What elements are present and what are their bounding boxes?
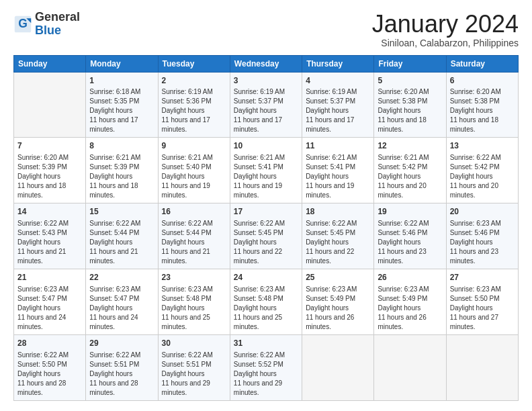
day-number: 1 [89, 75, 154, 87]
daylight-value: 11 hours and 28 minutes. [89, 379, 154, 398]
calendar-cell: 11Sunrise: 6:21 AMSunset: 5:41 PMDayligh… [302, 138, 374, 203]
day-number: 5 [378, 75, 442, 87]
sunrise-text: Sunrise: 6:23 AM [450, 285, 515, 294]
calendar-cell: 25Sunrise: 6:23 AMSunset: 5:49 PMDayligh… [302, 269, 374, 334]
day-number: 4 [306, 75, 370, 87]
daylight-value: 11 hours and 20 minutes. [450, 181, 515, 200]
sunrise-text: Sunrise: 6:22 AM [234, 219, 298, 228]
weekday-header-thursday: Thursday [302, 55, 374, 72]
calendar-cell: 8Sunrise: 6:21 AMSunset: 5:39 PMDaylight… [86, 138, 158, 203]
calendar-cell: 16Sunrise: 6:22 AMSunset: 5:44 PMDayligh… [158, 203, 230, 269]
sunset-text: Sunset: 5:48 PM [162, 294, 226, 304]
sunrise-text: Sunrise: 6:22 AM [378, 219, 442, 228]
daylight-value: 11 hours and 29 minutes. [234, 379, 298, 398]
calendar-cell: 12Sunrise: 6:21 AMSunset: 5:42 PMDayligh… [374, 138, 446, 203]
calendar-table: SundayMondayTuesdayWednesdayThursdayFrid… [13, 55, 519, 401]
daylight-label: Daylight hours [450, 172, 515, 181]
calendar-cell: 7Sunrise: 6:20 AMSunset: 5:39 PMDaylight… [14, 138, 86, 203]
header: G General Blue January 2024 Siniloan, Ca… [13, 11, 519, 48]
day-number: 9 [162, 140, 226, 152]
sunrise-text: Sunrise: 6:21 AM [89, 153, 154, 163]
daylight-value: 11 hours and 18 minutes. [450, 116, 515, 134]
sunrise-text: Sunrise: 6:23 AM [306, 285, 370, 294]
daylight-value: 11 hours and 26 minutes. [378, 313, 442, 332]
sunset-text: Sunset: 5:41 PM [306, 163, 370, 172]
location-subtitle: Siniloan, Calabarzon, Philippines [372, 38, 519, 48]
daylight-label: Daylight hours [378, 238, 442, 247]
sunrise-text: Sunrise: 6:23 AM [450, 219, 515, 228]
weekday-header-wednesday: Wednesday [230, 55, 302, 72]
daylight-label: Daylight hours [162, 369, 226, 379]
sunset-text: Sunset: 5:40 PM [162, 163, 226, 172]
calendar-cell: 22Sunrise: 6:23 AMSunset: 5:47 PMDayligh… [86, 269, 158, 334]
sunrise-text: Sunrise: 6:23 AM [378, 285, 442, 294]
sunrise-text: Sunrise: 6:22 AM [234, 351, 298, 360]
sunset-text: Sunset: 5:38 PM [450, 97, 515, 106]
logo: G General Blue [13, 11, 80, 38]
sunset-text: Sunset: 5:35 PM [89, 97, 154, 106]
daylight-value: 11 hours and 20 minutes. [378, 181, 442, 200]
svg-text:G: G [18, 17, 28, 30]
calendar-cell: 17Sunrise: 6:22 AMSunset: 5:45 PMDayligh… [230, 203, 302, 269]
sunset-text: Sunset: 5:46 PM [450, 228, 515, 238]
sunset-text: Sunset: 5:41 PM [234, 163, 298, 172]
daylight-label: Daylight hours [306, 172, 370, 181]
calendar-cell: 14Sunrise: 6:22 AMSunset: 5:43 PMDayligh… [14, 203, 86, 269]
daylight-label: Daylight hours [306, 304, 370, 313]
daylight-value: 11 hours and 23 minutes. [450, 247, 515, 266]
calendar-week-4: 21Sunrise: 6:23 AMSunset: 5:47 PMDayligh… [14, 269, 519, 334]
daylight-label: Daylight hours [89, 106, 154, 116]
day-number: 3 [234, 75, 298, 87]
sunset-text: Sunset: 5:43 PM [17, 228, 82, 238]
calendar-page: G General Blue January 2024 Siniloan, Ca… [0, 0, 532, 411]
day-number: 22 [89, 272, 154, 283]
daylight-label: Daylight hours [89, 369, 154, 379]
daylight-label: Daylight hours [17, 172, 82, 181]
sunset-text: Sunset: 5:42 PM [450, 163, 515, 172]
sunset-text: Sunset: 5:45 PM [306, 228, 370, 238]
title-block: January 2024 Siniloan, Calabarzon, Phili… [372, 11, 519, 48]
sunset-text: Sunset: 5:45 PM [234, 228, 298, 238]
daylight-value: 11 hours and 26 minutes. [306, 313, 370, 332]
daylight-label: Daylight hours [89, 238, 154, 247]
sunset-text: Sunset: 5:37 PM [234, 97, 298, 106]
sunrise-text: Sunrise: 6:22 AM [162, 351, 226, 360]
sunset-text: Sunset: 5:44 PM [89, 228, 154, 238]
calendar-cell: 23Sunrise: 6:23 AMSunset: 5:48 PMDayligh… [158, 269, 230, 334]
weekday-header-row: SundayMondayTuesdayWednesdayThursdayFrid… [14, 55, 519, 72]
sunrise-text: Sunrise: 6:22 AM [89, 219, 154, 228]
logo-icon: G [13, 15, 32, 34]
daylight-label: Daylight hours [234, 304, 298, 313]
day-number: 26 [378, 272, 442, 283]
sunrise-text: Sunrise: 6:22 AM [17, 351, 82, 360]
calendar-cell: 24Sunrise: 6:23 AMSunset: 5:48 PMDayligh… [230, 269, 302, 334]
calendar-body: 1Sunrise: 6:18 AMSunset: 5:35 PMDaylight… [14, 72, 519, 400]
calendar-cell: 20Sunrise: 6:23 AMSunset: 5:46 PMDayligh… [446, 203, 518, 269]
daylight-label: Daylight hours [17, 304, 82, 313]
sunrise-text: Sunrise: 6:20 AM [450, 87, 515, 97]
daylight-value: 11 hours and 19 minutes. [162, 181, 226, 200]
daylight-value: 11 hours and 28 minutes. [17, 379, 82, 398]
calendar-cell: 27Sunrise: 6:23 AMSunset: 5:50 PMDayligh… [446, 269, 518, 334]
calendar-cell: 28Sunrise: 6:22 AMSunset: 5:50 PMDayligh… [14, 334, 86, 400]
calendar-cell: 13Sunrise: 6:22 AMSunset: 5:42 PMDayligh… [446, 138, 518, 203]
calendar-week-3: 14Sunrise: 6:22 AMSunset: 5:43 PMDayligh… [14, 203, 519, 269]
daylight-value: 11 hours and 25 minutes. [234, 313, 298, 332]
calendar-week-2: 7Sunrise: 6:20 AMSunset: 5:39 PMDaylight… [14, 138, 519, 203]
daylight-value: 11 hours and 18 minutes. [378, 116, 442, 134]
sunrise-text: Sunrise: 6:21 AM [378, 153, 442, 163]
day-number: 20 [450, 206, 515, 218]
calendar-cell [446, 334, 518, 400]
sunrise-text: Sunrise: 6:19 AM [306, 87, 370, 97]
logo-general: General [35, 10, 80, 24]
calendar-cell: 3Sunrise: 6:19 AMSunset: 5:37 PMDaylight… [230, 72, 302, 138]
calendar-cell [302, 334, 374, 400]
day-number: 29 [89, 338, 154, 349]
daylight-label: Daylight hours [450, 304, 515, 313]
daylight-label: Daylight hours [17, 369, 82, 379]
daylight-label: Daylight hours [378, 106, 442, 116]
day-number: 2 [162, 75, 226, 87]
sunrise-text: Sunrise: 6:21 AM [162, 153, 226, 163]
calendar-week-5: 28Sunrise: 6:22 AMSunset: 5:50 PMDayligh… [14, 334, 519, 400]
calendar-cell: 26Sunrise: 6:23 AMSunset: 5:49 PMDayligh… [374, 269, 446, 334]
